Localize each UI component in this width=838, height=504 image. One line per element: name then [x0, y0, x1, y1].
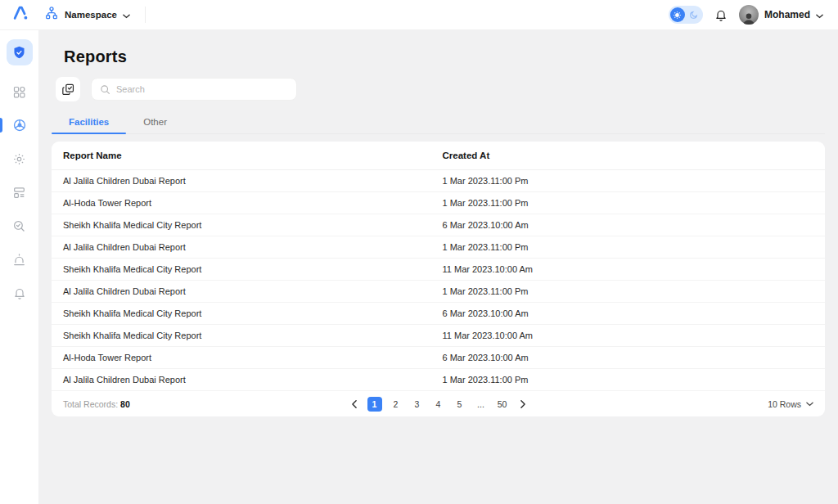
search-icon — [100, 84, 110, 95]
created-at-cell: 11 Mar 2023.10:00 Am — [439, 264, 826, 274]
report-name-cell: Sheikh Khalifa Medical City Report — [52, 264, 439, 274]
namespace-icon — [44, 6, 59, 24]
search-check-icon — [12, 219, 26, 233]
report-name-cell: Al Jalila Children Dubai Report — [52, 286, 439, 296]
shield-icon — [11, 45, 27, 61]
bulk-select-button[interactable] — [56, 77, 80, 101]
page-button-2[interactable]: 2 — [389, 397, 403, 412]
pagination-prev-button[interactable] — [348, 398, 361, 411]
page-ellipsis: ... — [474, 397, 489, 412]
namespace-label: Namespace — [65, 10, 117, 20]
table-row[interactable]: Al Jalila Children Dubai Report 1 Mar 20… — [52, 170, 825, 192]
created-at-cell: 11 Mar 2023.10:00 Am — [439, 331, 826, 340]
tabs: Facilities Other — [52, 111, 825, 134]
active-page-indicator — [0, 118, 2, 133]
user-menu[interactable]: Mohamed — [739, 5, 823, 25]
helm-icon — [12, 118, 27, 133]
created-at-cell: 6 Mar 2023.10:00 Am — [439, 308, 826, 318]
column-header-created-at: Created At — [439, 151, 826, 160]
report-name-cell: Al-Hoda Tower Report — [52, 353, 439, 362]
report-name-cell: Sheikh Khalifa Medical City Report — [52, 220, 439, 230]
gear-icon — [12, 152, 26, 166]
page-button-4[interactable]: 4 — [431, 397, 446, 412]
moon-icon — [689, 11, 698, 20]
rows-per-page-select[interactable]: 10 Rows — [768, 399, 813, 409]
table-row[interactable]: Al-Hoda Tower Report 1 Mar 2023.11:00 Pm — [52, 192, 825, 214]
pagination: 1 2 3 4 5 ... 50 — [348, 397, 529, 412]
user-name: Mohamed — [764, 9, 810, 20]
avatar — [739, 5, 759, 25]
column-header-report-name: Report Name — [52, 151, 439, 160]
table-row[interactable]: Al-Hoda Tower Report 6 Mar 2023.10:00 Am — [52, 347, 825, 369]
table-row[interactable]: Al Jalila Children Dubai Report 1 Mar 20… — [52, 369, 825, 391]
chevron-down-icon — [123, 7, 130, 22]
chevron-left-icon — [351, 400, 358, 408]
chevron-down-icon — [816, 7, 823, 22]
created-at-cell: 6 Mar 2023.10:00 Am — [439, 353, 826, 362]
created-at-cell: 1 Mar 2023.11:00 Pm — [439, 242, 826, 252]
top-bar: Namespace — [0, 0, 838, 30]
sidebar-item-forms[interactable] — [7, 179, 33, 205]
created-at-cell: 1 Mar 2023.11:00 Pm — [439, 176, 826, 186]
alarm-icon — [12, 253, 26, 267]
notifications-button[interactable] — [714, 8, 728, 22]
copy-check-icon — [61, 83, 75, 97]
theme-toggle[interactable] — [669, 6, 703, 24]
light-mode-button[interactable] — [670, 7, 685, 22]
report-name-cell: Al-Hoda Tower Report — [52, 198, 439, 208]
reports-table-card: Report Name Created At Al Jalila Childre… — [52, 142, 825, 416]
form-layout-icon — [12, 186, 26, 200]
tab-other[interactable]: Other — [126, 111, 184, 133]
sidebar-item-notifications[interactable] — [7, 280, 33, 306]
total-records-label: Total Records: — [63, 399, 118, 409]
table-row[interactable]: Sheikh Khalifa Medical City Report 6 Mar… — [52, 214, 825, 236]
table-row[interactable]: Sheikh Khalifa Medical City Report 11 Ma… — [52, 259, 825, 281]
created-at-cell: 6 Mar 2023.10:00 Am — [439, 220, 826, 230]
pagination-next-button[interactable] — [516, 398, 529, 411]
page-button-5[interactable]: 5 — [453, 397, 467, 412]
tab-facilities[interactable]: Facilities — [52, 111, 126, 133]
app-logo[interactable] — [11, 4, 29, 25]
report-name-cell: Al Jalila Children Dubai Report — [52, 375, 439, 385]
search-box[interactable] — [91, 78, 297, 101]
sun-icon — [673, 11, 682, 20]
search-input[interactable] — [116, 84, 288, 94]
logo-icon — [11, 4, 29, 25]
created-at-cell: 1 Mar 2023.11:00 Pm — [439, 375, 826, 385]
bell-icon — [13, 286, 26, 300]
report-name-cell: Sheikh Khalifa Medical City Report — [52, 308, 439, 318]
rows-per-page-value: 10 Rows — [768, 399, 801, 409]
sidebar-item-security[interactable] — [7, 39, 33, 65]
report-name-cell: Al Jalila Children Dubai Report — [52, 176, 439, 186]
sidebar — [0, 30, 38, 504]
report-name-cell: Al Jalila Children Dubai Report — [52, 242, 439, 252]
chevron-right-icon — [520, 400, 526, 408]
sidebar-item-dashboard[interactable] — [7, 79, 33, 105]
total-records-value: 80 — [120, 399, 130, 409]
page-button-50[interactable]: 50 — [495, 397, 510, 412]
table-row[interactable]: Al Jalila Children Dubai Report 1 Mar 20… — [52, 236, 825, 259]
sidebar-item-alarms[interactable] — [7, 246, 33, 272]
dashboard-blocks-icon — [12, 85, 26, 99]
created-at-cell: 1 Mar 2023.11:00 Pm — [439, 286, 826, 296]
report-name-cell: Sheikh Khalifa Medical City Report — [52, 331, 439, 340]
table-row[interactable]: Al Jalila Children Dubai Report 1 Mar 20… — [52, 281, 825, 303]
bell-icon — [714, 8, 728, 22]
sidebar-item-settings[interactable] — [7, 146, 33, 172]
sidebar-item-audit[interactable] — [7, 213, 33, 239]
created-at-cell: 1 Mar 2023.11:00 Pm — [439, 198, 826, 208]
table-row[interactable]: Sheikh Khalifa Medical City Report 6 Mar… — [52, 303, 825, 325]
table-row[interactable]: Sheikh Khalifa Medical City Report 11 Ma… — [52, 325, 825, 347]
main-content: Reports Facilities Other Report Name Cre… — [38, 30, 838, 504]
dark-mode-button[interactable] — [687, 7, 701, 22]
topbar-divider — [145, 7, 146, 23]
total-records: Total Records: 80 — [63, 399, 130, 409]
page-button-3[interactable]: 3 — [410, 397, 425, 412]
sidebar-item-reports[interactable] — [7, 112, 33, 138]
chevron-down-icon — [806, 402, 813, 407]
namespace-selector[interactable]: Namespace — [44, 6, 130, 24]
page-button-1[interactable]: 1 — [367, 397, 382, 412]
table-header-row: Report Name Created At — [52, 142, 825, 170]
page-title: Reports — [64, 47, 825, 66]
toolbar — [56, 77, 825, 101]
